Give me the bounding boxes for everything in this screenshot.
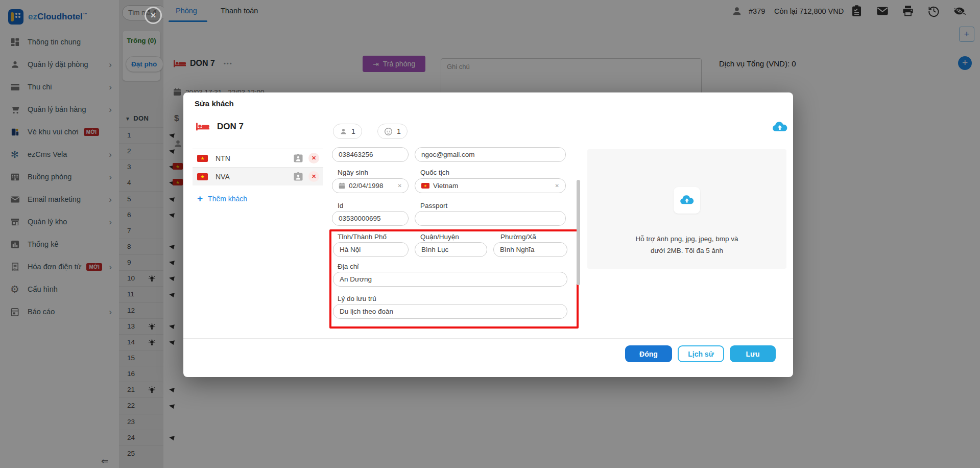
guest-list: ★NTN✕★NVA✕: [193, 149, 323, 185]
reason-input[interactable]: Du lịch theo đoàn: [333, 304, 567, 319]
ward-label: Phường/Xã: [500, 233, 536, 241]
plus-icon: +: [197, 194, 203, 203]
email-input[interactable]: ngoc@gmail.com: [415, 147, 566, 162]
add-guest-button[interactable]: + Thêm khách: [197, 194, 247, 203]
province-input[interactable]: Hà Nội: [333, 242, 409, 257]
modal-room-name: DON 7: [217, 122, 244, 132]
address-label: Địa chỉ: [338, 263, 358, 270]
address-input[interactable]: An Dương: [333, 272, 567, 287]
close-search-button[interactable]: ✕: [145, 7, 162, 24]
guest-row-ntn[interactable]: ★NTN✕: [193, 149, 323, 167]
close-button[interactable]: Đóng: [625, 345, 672, 362]
guest-row-nva[interactable]: ★NVA✕: [193, 167, 323, 185]
id-card-icon[interactable]: [293, 172, 303, 181]
nationality-label: Quốc tịch: [420, 169, 449, 176]
footer-divider: [183, 338, 793, 339]
guest-name: NVA: [216, 173, 230, 181]
calendar-icon: [339, 182, 345, 189]
form-scrollbar[interactable]: [577, 180, 580, 285]
adults-count-field[interactable]: 1: [333, 124, 362, 139]
upload-tile[interactable]: [674, 187, 700, 214]
passport-label: Passport: [420, 202, 447, 209]
ward-input[interactable]: Bình Nghĩa: [493, 242, 567, 257]
adult-icon: [340, 128, 347, 135]
cloud-upload-icon: [679, 195, 695, 206]
upload-hint: Hỗ trợ ảnh png, jpg, jpeg, bmp và dưới 2…: [587, 233, 786, 256]
modal-title: Sửa khách: [195, 99, 234, 108]
vietnam-flag-icon: ★: [197, 173, 208, 180]
upload-cloud-button[interactable]: [772, 121, 788, 133]
dob-label: Ngày sinh: [338, 169, 368, 176]
nationality-select[interactable]: ★ Vietnam ✕: [415, 178, 566, 193]
vietnam-flag-icon: ★: [197, 155, 208, 162]
edit-guest-modal: Sửa khách DON 7 1 1 ★NTN✕★NVA✕ + Thêm kh…: [183, 92, 793, 377]
child-icon: [384, 127, 393, 136]
children-count-field[interactable]: 1: [377, 124, 408, 139]
guest-name: NTN: [216, 154, 230, 162]
vietnam-flag-icon: ★: [421, 183, 429, 189]
dob-input[interactable]: 02/04/1998 ✕: [332, 178, 409, 193]
bed-icon: [196, 121, 210, 132]
clear-icon[interactable]: ✕: [555, 183, 559, 189]
clear-icon[interactable]: ✕: [398, 183, 402, 189]
district-input[interactable]: Bình Lục: [415, 242, 487, 257]
photo-upload-panel[interactable]: Hỗ trợ ảnh png, jpg, jpeg, bmp và dưới 2…: [587, 149, 786, 269]
id-input[interactable]: 03530000695: [332, 211, 409, 226]
app-root: ezCloudhotel™ Thông tin chungQuản lý đặt…: [0, 0, 980, 468]
delete-guest-button[interactable]: ✕: [308, 171, 319, 182]
district-label: Quận/Huyện: [420, 233, 459, 241]
passport-input[interactable]: [415, 211, 566, 226]
reason-label: Lý do lưu trú: [338, 295, 376, 302]
id-card-icon[interactable]: [293, 153, 303, 163]
save-button[interactable]: Lưu: [730, 345, 776, 362]
history-button[interactable]: Lịch sử: [678, 345, 724, 362]
delete-guest-button[interactable]: ✕: [308, 153, 319, 163]
province-label: Tỉnh/Thành Phố: [338, 233, 387, 241]
phone-input[interactable]: 038463256: [332, 147, 409, 162]
id-label: Id: [338, 202, 343, 209]
